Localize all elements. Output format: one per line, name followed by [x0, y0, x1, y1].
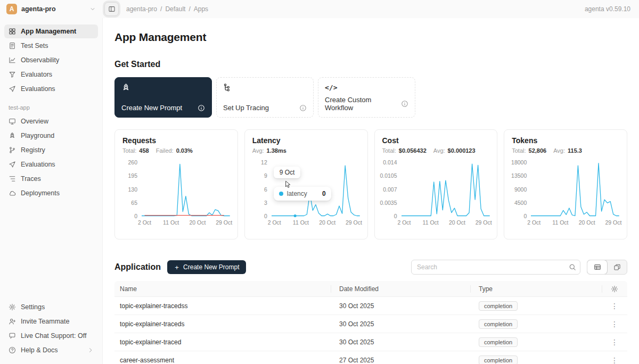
app-date-modified: 30 Oct 2025	[331, 338, 470, 346]
search-input[interactable]	[412, 263, 565, 271]
create-new-prompt-card[interactable]: Create New Prompt	[114, 77, 212, 118]
workspace-avatar: A	[6, 4, 17, 14]
sidebar-item-label: Evaluators	[21, 71, 52, 78]
chart-title: Tokens	[512, 136, 619, 145]
sidebar-item-observability[interactable]: Observability	[4, 53, 98, 67]
breadcrumb-item[interactable]: Default	[165, 5, 185, 13]
search-button[interactable]	[565, 260, 580, 274]
info-circle-icon[interactable]	[401, 100, 408, 107]
sidebar-item-app-management[interactable]: App Management	[4, 24, 98, 38]
create-custom-workflow-card[interactable]: </> Create Custom Workflow	[318, 77, 415, 118]
chevron-down-icon	[89, 6, 96, 12]
get-started-card-label: Set Up Tracing	[223, 104, 269, 112]
rocket-icon	[121, 83, 130, 92]
sidebar-item-deployments[interactable]: Deployments	[4, 186, 98, 200]
sidebar-item-playground[interactable]: Playground	[4, 129, 98, 143]
y-tick-label: 0.014	[383, 159, 397, 166]
plus-icon: +	[174, 263, 179, 271]
column-header-date-modified[interactable]: Date Modified	[331, 285, 470, 293]
x-tick-label: 29 Oct	[605, 219, 621, 226]
more-icon[interactable]: ⋮	[609, 354, 620, 364]
card-view-button[interactable]	[607, 260, 627, 274]
tooltip-legend: latency 0	[274, 187, 331, 201]
column-header-name[interactable]: Name	[114, 285, 331, 293]
sidebar: App Management Test Sets Observability E…	[0, 18, 102, 364]
send-icon	[9, 85, 16, 93]
chart-plot[interactable]: 9 Oct latency 0	[272, 161, 360, 217]
sidebar-item-test-sets[interactable]: Test Sets	[4, 39, 98, 53]
breadcrumb-separator: /	[160, 5, 162, 13]
branch-icon	[9, 146, 16, 154]
sidebar-item-app-evaluations[interactable]: Evaluations	[4, 158, 98, 171]
sidebar-item-live-chat-support[interactable]: Live Chat Support: Off	[4, 329, 98, 343]
chart-y-labels: 0.0140.01050.0070.00350	[382, 161, 402, 217]
app-name[interactable]: topic-explainer-tracedss	[114, 302, 331, 310]
sidebar-item-label: Help & Docs	[21, 346, 58, 354]
more-icon[interactable]: ⋮	[609, 336, 620, 348]
sidebar-item-registry[interactable]: Registry	[4, 143, 98, 157]
chart-plot[interactable]	[142, 161, 230, 217]
y-tick-label: 0.0105	[380, 172, 397, 179]
latency-card: Latency Avg: 1.38ms 129630 9 Oct latency	[244, 129, 368, 239]
breadcrumb-item[interactable]: agenta-pro	[126, 5, 157, 13]
chart-plot[interactable]	[402, 161, 490, 217]
monitor-icon	[9, 118, 16, 125]
card-view-icon	[613, 263, 621, 271]
table-row[interactable]: topic-explainer-tracedss 30 Oct 2025 com…	[114, 297, 627, 315]
workspace-name: agenta-pro	[21, 5, 85, 13]
app-name[interactable]: career-assessment	[114, 357, 331, 364]
sidebar-toggle-button[interactable]	[104, 2, 119, 16]
sidebar-item-invite-teammate[interactable]: Invite Teammate	[4, 315, 98, 328]
more-icon[interactable]: ⋮	[609, 300, 620, 312]
app-name[interactable]: topic-explainer-traceds	[114, 320, 331, 328]
tokens-chart: 1800013500900045000 2 Oct11 Oct20 Oct29 …	[512, 161, 619, 226]
type-badge: completion	[479, 355, 518, 364]
list-tree-icon	[9, 175, 16, 183]
get-started-card-label: Create Custom Workflow	[325, 96, 401, 112]
y-tick-label: 130	[128, 186, 137, 193]
topbar: A agenta-pro agenta-pro/Default/Apps age…	[0, 0, 639, 18]
funnel-icon	[9, 71, 16, 78]
latency-chart: 129630 9 Oct latency 0 2 Oct11 Oct	[252, 161, 360, 226]
sidebar-item-label: Live Chat Support: Off	[21, 332, 86, 340]
app-name[interactable]: topic-explainer-traced	[114, 338, 331, 346]
sidebar-item-evaluators[interactable]: Evaluators	[4, 68, 98, 81]
table-row[interactable]: topic-explainer-traced 30 Oct 2025 compl…	[114, 333, 627, 351]
grid-icon	[9, 28, 16, 35]
chart-title: Latency	[252, 136, 360, 145]
application-heading: Application	[114, 262, 161, 272]
info-circle-icon[interactable]	[198, 104, 205, 112]
sidebar-item-overview[interactable]: Overview	[4, 114, 98, 128]
sidebar-item-settings[interactable]: Settings	[4, 300, 98, 314]
chart-plot[interactable]	[531, 161, 619, 217]
sidebar-item-help-docs[interactable]: Help & Docs	[4, 343, 98, 357]
tooltip-value: 0	[322, 190, 326, 197]
sidebar-item-traces[interactable]: Traces	[4, 172, 98, 186]
info-circle-icon[interactable]	[299, 104, 307, 112]
chart-title: Cost	[382, 136, 490, 145]
chart-y-labels: 1800013500900045000	[512, 161, 531, 217]
get-started-cards: Create New Prompt Set Up Tracing </> Cre…	[114, 77, 627, 118]
sidebar-item-label: Traces	[21, 175, 41, 183]
set-up-tracing-card[interactable]: Set Up Tracing	[216, 77, 314, 118]
y-tick-label: 0	[394, 213, 397, 219]
x-tick-label: 29 Oct	[346, 219, 362, 226]
x-tick-label: 20 Oct	[449, 219, 465, 226]
cost-card: Cost Total: $0.056432 Avg: $0.000123 0.0…	[374, 129, 498, 239]
more-icon[interactable]: ⋮	[609, 318, 620, 330]
app-version: agenta v0.59.10	[585, 5, 639, 13]
column-header-type[interactable]: Type	[470, 285, 602, 293]
breadcrumb-item[interactable]: Apps	[194, 5, 208, 13]
gear-icon[interactable]	[611, 285, 618, 293]
create-new-prompt-button[interactable]: + Create New Prompt	[167, 260, 246, 274]
y-tick-label: 4500	[514, 200, 527, 206]
sidebar-item-evaluations[interactable]: Evaluations	[4, 82, 98, 96]
y-tick-label: 195	[128, 172, 137, 179]
x-tick-label: 2 Oct	[527, 219, 540, 226]
table-view-button[interactable]	[587, 260, 607, 274]
table-row[interactable]: topic-explainer-traceds 30 Oct 2025 comp…	[114, 315, 627, 333]
sidebar-item-label: Test Sets	[21, 42, 48, 49]
y-tick-label: 0.007	[383, 186, 397, 193]
table-row[interactable]: career-assessment 27 Oct 2025 completion…	[114, 351, 627, 364]
workspace-selector[interactable]: A agenta-pro	[0, 4, 102, 14]
